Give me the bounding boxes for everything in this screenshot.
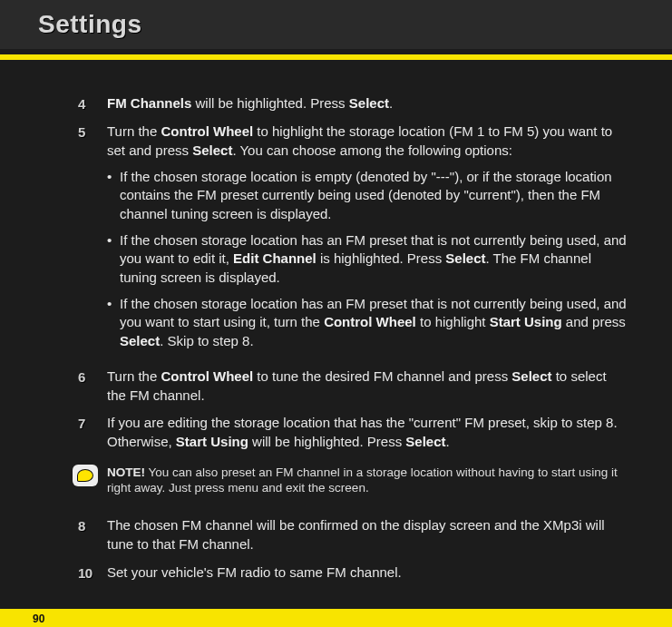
step-6: 6 Turn the Control Wheel to tune the des… [78, 367, 627, 405]
step-number: 5 [78, 122, 107, 358]
step-number: 8 [78, 516, 107, 554]
bold-text: Select [511, 368, 551, 384]
icon-inner [77, 469, 93, 482]
bullet-dot: • [107, 295, 120, 351]
bold-text: Select [349, 95, 389, 111]
step-text: Set your vehicle's FM radio to same FM c… [107, 563, 627, 583]
text: to highlight [416, 314, 490, 329]
step-number: 7 [78, 414, 107, 451]
list-item: • If the chosen storage location has an … [107, 231, 627, 288]
step-text: The chosen FM channel will be confirmed … [107, 516, 627, 554]
bullet-dot: • [107, 168, 120, 224]
step-number: 10 [78, 563, 107, 583]
bold-text: Select [405, 434, 445, 449]
step-text: FM Channels will be highlighted. Press S… [107, 94, 627, 113]
text: . You can choose among the following opt… [232, 142, 512, 158]
bullet-text: If the chosen storage location has an FM… [120, 231, 627, 288]
speech-bubble-icon [73, 465, 98, 486]
text: . Skip to step 8. [160, 333, 253, 348]
bullet-list: • If the chosen storage location is empt… [107, 168, 627, 351]
bold-text: Select [445, 250, 485, 266]
bold-text: FM Channels [107, 95, 191, 111]
text: . [446, 434, 450, 449]
note-row: NOTE! You can also preset an FM channel … [107, 465, 627, 497]
bold-text: Select [120, 333, 160, 348]
step-4: 4 FM Channels will be highlighted. Press… [78, 94, 627, 113]
step-number: 4 [78, 94, 107, 113]
bullet-text: If the chosen storage location is empty … [120, 168, 627, 224]
text: is highlighted. Press [317, 250, 446, 266]
footer-bar: 90 [0, 609, 672, 627]
step-7: 7 If you are editing the storage locatio… [78, 414, 627, 451]
bold-text: Control Wheel [324, 314, 416, 329]
step-8: 8 The chosen FM channel will be confirme… [78, 516, 627, 554]
step-text: Turn the Control Wheel to tune the desir… [107, 367, 627, 405]
text: Turn the [107, 123, 161, 139]
header-bar: Settings [0, 0, 672, 49]
text: You can also preset an FM channel in a s… [107, 465, 618, 495]
bold-text: Control Wheel [161, 368, 253, 384]
content: 4 FM Channels will be highlighted. Press… [0, 60, 672, 583]
note-text: NOTE! You can also preset an FM channel … [107, 465, 627, 497]
step-5: 5 Turn the Control Wheel to highlight th… [78, 122, 627, 358]
step-text: If you are editing the storage location … [107, 414, 627, 451]
bullet-text: If the chosen storage location has an FM… [120, 295, 627, 351]
note-label: NOTE! [107, 465, 145, 479]
bold-text: Start Using [176, 434, 248, 449]
bold-text: Start Using [490, 314, 562, 329]
step-text: Turn the Control Wheel to highlight the … [107, 122, 627, 358]
text: will be highlighted. Press [191, 95, 348, 111]
list-item: • If the chosen storage location is empt… [107, 168, 627, 224]
step-10: 10 Set your vehicle's FM radio to same F… [78, 563, 627, 583]
bullet-dot: • [107, 231, 120, 288]
bold-text: Select [192, 142, 232, 158]
list-item: • If the chosen storage location has an … [107, 295, 627, 351]
bold-text: Edit Channel [233, 250, 317, 266]
page-number: 90 [33, 612, 44, 625]
text: and press [562, 314, 626, 329]
text: Turn the [107, 368, 161, 384]
page-title: Settings [38, 10, 141, 39]
note-block: NOTE! You can also preset an FM channel … [107, 461, 627, 508]
bold-text: Control Wheel [161, 123, 253, 139]
text: to tune the desired FM channel and press [253, 368, 511, 384]
step-number: 6 [78, 367, 107, 405]
text: will be highlighted. Press [248, 434, 405, 449]
text: . [389, 95, 393, 111]
